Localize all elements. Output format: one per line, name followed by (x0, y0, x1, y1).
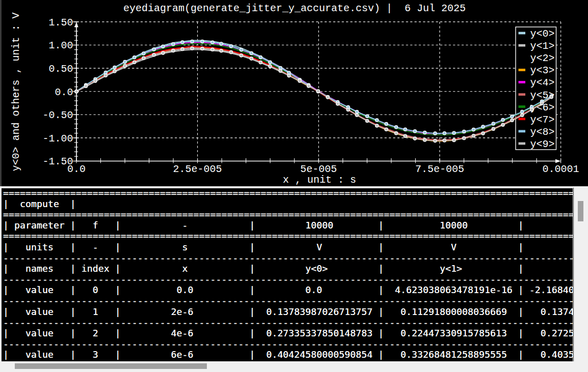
svg-text:0.50: 0.50 (48, 63, 73, 75)
svg-text:x , unit : s: x , unit : s (283, 174, 356, 186)
svg-text:y<3>: y<3> (530, 65, 555, 76)
svg-text:y<1>: y<1> (530, 40, 555, 52)
svg-text:5e-005: 5e-005 (300, 163, 337, 175)
svg-text:2.5e-005: 2.5e-005 (173, 163, 222, 175)
svg-text:y<9>: y<9> (530, 138, 555, 150)
svg-text:-0.50: -0.50 (42, 109, 73, 121)
svg-text:y<0> and others , unit : V: y<0> and others , unit : V (10, 12, 22, 171)
svg-text:7.5e-005: 7.5e-005 (415, 163, 464, 175)
svg-text:y<2>: y<2> (530, 52, 555, 64)
svg-text:1.50: 1.50 (48, 17, 73, 28)
svg-text:eyediagram(generate_jitter_y_a: eyediagram(generate_jitter_y_accurate.cs… (123, 3, 466, 14)
svg-text:y<8>: y<8> (530, 126, 555, 138)
svg-text:1.00: 1.00 (48, 40, 73, 51)
svg-text:0.0: 0.0 (55, 87, 73, 98)
svg-text:y<7>: y<7> (530, 114, 555, 126)
svg-text:y<4>: y<4> (530, 77, 555, 89)
svg-text:0.0: 0.0 (67, 163, 86, 175)
svg-text:0.0001: 0.0001 (543, 163, 579, 175)
svg-text:y<0>: y<0> (530, 28, 555, 40)
svg-text:-1.00: -1.00 (42, 133, 73, 145)
